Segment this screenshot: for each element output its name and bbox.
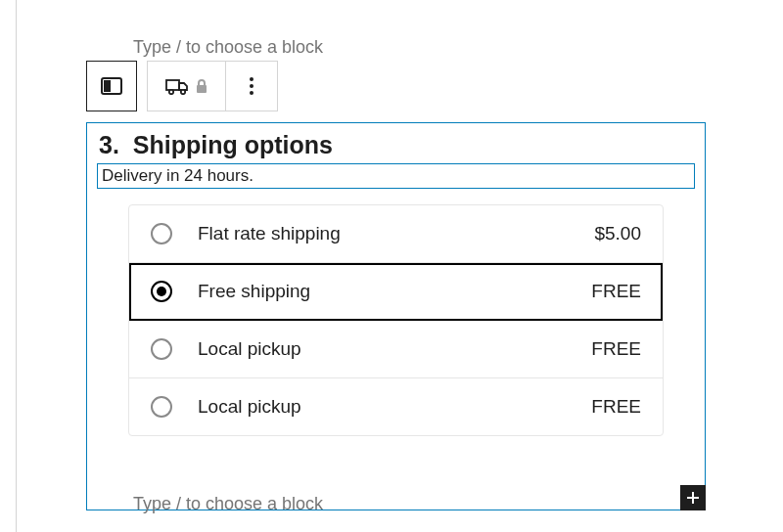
block-heading: 3. Shipping options [87, 123, 705, 163]
editor-left-border [14, 0, 17, 532]
option-label: Free shipping [198, 281, 591, 302]
svg-point-3 [168, 90, 172, 94]
slash-hint-bottom[interactable]: Type / to choose a block [133, 494, 323, 514]
svg-point-7 [250, 84, 253, 88]
svg-rect-5 [197, 85, 207, 93]
lock-icon [195, 78, 208, 94]
description-field-wrapper [97, 163, 695, 189]
shipping-option[interactable]: Local pickupFREE [129, 321, 663, 378]
option-label: Flat rate shipping [198, 223, 594, 244]
radio-icon [151, 338, 172, 360]
svg-rect-1 [104, 80, 111, 92]
add-block-button[interactable] [680, 485, 706, 510]
option-label: Local pickup [198, 396, 591, 418]
block-toolbar [86, 61, 278, 111]
shipping-options-list: Flat rate shipping$5.00Free shippingFREE… [128, 204, 664, 436]
more-options-button[interactable] [226, 62, 277, 111]
option-price: FREE [591, 338, 641, 360]
shipping-lock-button[interactable] [148, 62, 226, 111]
option-price: FREE [591, 281, 641, 302]
radio-icon [151, 281, 172, 302]
option-price: $5.00 [594, 223, 641, 244]
block-type-button[interactable] [86, 61, 137, 111]
radio-icon [151, 396, 172, 418]
option-price: FREE [591, 396, 641, 418]
toolbar-group [147, 61, 278, 111]
columns-icon [101, 77, 122, 95]
svg-point-6 [250, 77, 253, 81]
shipping-option[interactable]: Flat rate shipping$5.00 [129, 205, 663, 263]
option-label: Local pickup [198, 338, 591, 360]
svg-point-4 [180, 90, 184, 94]
step-title: Shipping options [133, 131, 333, 159]
shipping-option[interactable]: Free shippingFREE [129, 263, 663, 321]
description-input[interactable] [98, 164, 694, 188]
plus-icon [685, 490, 701, 506]
slash-hint-top[interactable]: Type / to choose a block [133, 37, 323, 58]
radio-icon [151, 223, 172, 244]
shipping-option[interactable]: Local pickupFREE [129, 378, 663, 435]
kebab-icon [250, 77, 253, 95]
svg-point-8 [250, 91, 253, 95]
shipping-options-block[interactable]: 3. Shipping options Flat rate shipping$5… [86, 122, 706, 510]
svg-rect-2 [166, 80, 179, 90]
truck-icon [165, 77, 189, 95]
step-number: 3. [99, 131, 119, 159]
